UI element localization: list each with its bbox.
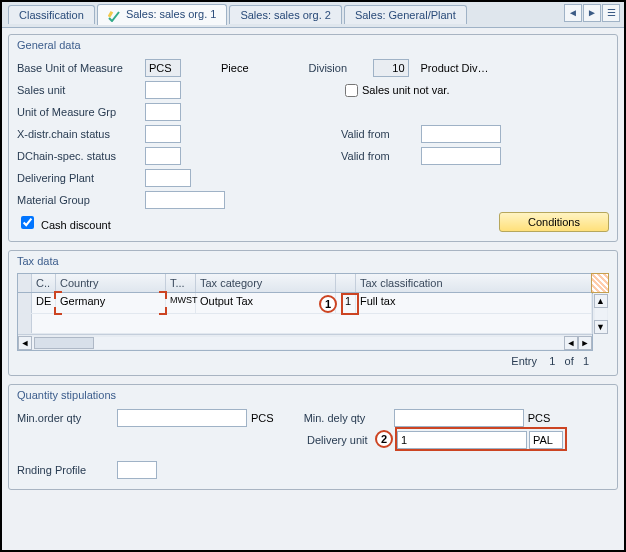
- dchain-status-label: DChain-spec. status: [17, 150, 145, 162]
- scroll-track[interactable]: [32, 337, 564, 349]
- table-row[interactable]: DE Germany MWST Output Tax 1 Full tax: [18, 293, 592, 314]
- panel-title: General data: [17, 39, 609, 51]
- delivering-plant-field[interactable]: [145, 169, 191, 187]
- row-selector[interactable]: [18, 293, 32, 313]
- col-c[interactable]: C..: [32, 274, 56, 292]
- material-group-field[interactable]: [145, 191, 225, 209]
- xdistr-status-field[interactable]: [145, 125, 181, 143]
- pencil-check-icon: [108, 10, 120, 22]
- col-blank[interactable]: [336, 274, 356, 292]
- product-div-label: Product Div…: [421, 62, 489, 74]
- panel-title: Quantity stipulations: [17, 389, 609, 401]
- row-selector[interactable]: [18, 314, 32, 333]
- callout-marker: 2: [375, 430, 393, 448]
- valid-from-label-1: Valid from: [341, 128, 421, 140]
- rnding-profile-label: Rnding Profile: [17, 464, 117, 476]
- cell-tax-code[interactable]: 1: [336, 293, 356, 313]
- tab-sales-general-plant[interactable]: Sales: General/Plant: [344, 5, 467, 24]
- cell-tax-classification: Full tax: [356, 293, 592, 313]
- material-group-label: Material Group: [17, 194, 145, 206]
- scroll-down-button[interactable]: ▼: [594, 320, 608, 334]
- delivering-plant-label: Delivering Plant: [17, 172, 145, 184]
- unit-label: PCS: [528, 412, 551, 424]
- tab-nav-buttons: ◄ ► ☰: [564, 4, 620, 22]
- col-tax-category[interactable]: Tax category: [196, 274, 336, 292]
- svg-rect-0: [108, 10, 113, 17]
- cell-t: MWST: [166, 293, 196, 313]
- cash-discount-label: Cash discount: [41, 219, 111, 231]
- tab-sales-org-1[interactable]: Sales: sales org. 1: [97, 4, 228, 24]
- table-settings-button[interactable]: [591, 273, 609, 293]
- cell-c: DE: [32, 293, 56, 313]
- tab-bar: Classification Sales: sales org. 1 Sales…: [2, 2, 624, 28]
- general-data-panel: General data Base Unit of Measure Piece …: [8, 34, 618, 242]
- base-uom-label: Base Unit of Measure: [17, 62, 145, 74]
- min-dely-qty-field[interactable]: [394, 409, 524, 427]
- app-window: Classification Sales: sales org. 1 Sales…: [0, 0, 626, 552]
- table-row-empty: [18, 314, 592, 334]
- sales-unit-not-var-checkbox[interactable]: [345, 84, 358, 97]
- scroll-left-button[interactable]: ◄: [18, 336, 32, 350]
- sales-unit-field[interactable]: [145, 81, 181, 99]
- table-header: C.. Country T... Tax category Tax classi…: [18, 274, 592, 293]
- division-field[interactable]: [373, 59, 409, 77]
- min-dely-qty-label: Min. dely qty: [304, 412, 394, 424]
- col-t[interactable]: T...: [166, 274, 196, 292]
- delivery-unit-uom-field[interactable]: [529, 431, 563, 449]
- selection-bracket-icon: [159, 291, 167, 299]
- panel-title: Tax data: [17, 255, 609, 267]
- valid-from-field-2[interactable]: [421, 147, 501, 165]
- tab-classification[interactable]: Classification: [8, 5, 95, 24]
- col-tax-classification[interactable]: Tax classification: [356, 274, 592, 292]
- scroll-up-button[interactable]: ▲: [594, 294, 608, 308]
- conditions-button[interactable]: Conditions: [499, 212, 609, 232]
- uom-grp-field[interactable]: [145, 103, 181, 121]
- scroll-track[interactable]: [595, 308, 607, 320]
- base-uom-field[interactable]: [145, 59, 181, 77]
- tab-scroll-left-button[interactable]: ◄: [564, 4, 582, 22]
- tab-scroll-right-button[interactable]: ►: [583, 4, 601, 22]
- scroll-right-button[interactable]: ►: [578, 336, 592, 350]
- rnding-profile-field[interactable]: [117, 461, 157, 479]
- selection-bracket-icon: [54, 291, 62, 299]
- tax-data-panel: Tax data C.. Country T... Tax category T…: [8, 250, 618, 376]
- cash-discount-checkbox[interactable]: [21, 216, 34, 229]
- valid-from-label-2: Valid from: [341, 150, 421, 162]
- cell-country: Germany: [56, 293, 166, 313]
- entry-counter: Entry 1 of 1: [17, 351, 609, 367]
- valid-from-field-1[interactable]: [421, 125, 501, 143]
- tab-sales-org-2[interactable]: Sales: sales org. 2: [229, 5, 342, 24]
- cell-tax-category: Output Tax: [196, 293, 336, 313]
- sales-unit-not-var-label: Sales unit not var.: [362, 84, 449, 96]
- delivery-unit-field[interactable]: [397, 431, 527, 449]
- tab-content: General data Base Unit of Measure Piece …: [2, 28, 624, 504]
- piece-label: Piece: [221, 62, 249, 74]
- scroll-right-inner-button[interactable]: ◄: [564, 336, 578, 350]
- xdistr-status-label: X-distr.chain status: [17, 128, 145, 140]
- min-order-qty-label: Min.order qty: [17, 412, 117, 424]
- sales-unit-label: Sales unit: [17, 84, 145, 96]
- h-scrollbar[interactable]: ◄ ◄ ►: [18, 334, 592, 350]
- selection-bracket-icon: [54, 307, 62, 315]
- scroll-thumb[interactable]: [34, 337, 94, 349]
- unit-label: PCS: [251, 412, 274, 424]
- min-order-qty-field[interactable]: [117, 409, 247, 427]
- v-scrollbar[interactable]: ▲ ▼: [592, 294, 608, 334]
- row-selector-header[interactable]: [18, 274, 32, 292]
- uom-grp-label: Unit of Measure Grp: [17, 106, 145, 118]
- quantity-stipulations-panel: Quantity stipulations Min.order qty PCS …: [8, 384, 618, 490]
- selection-bracket-icon: [159, 307, 167, 315]
- tab-list-button[interactable]: ☰: [602, 4, 620, 22]
- tax-table: C.. Country T... Tax category Tax classi…: [17, 273, 609, 351]
- callout-marker: 1: [319, 295, 337, 313]
- col-country[interactable]: Country: [56, 274, 166, 292]
- dchain-status-field[interactable]: [145, 147, 181, 165]
